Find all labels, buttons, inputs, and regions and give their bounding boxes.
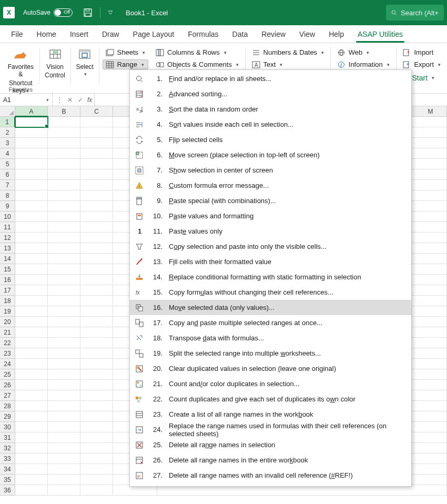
cell[interactable] xyxy=(80,190,113,201)
menu-item-2[interactable]: 2.Advanced sorting... xyxy=(130,86,411,102)
cell[interactable] xyxy=(414,475,447,485)
cell[interactable] xyxy=(48,359,80,369)
cell[interactable] xyxy=(15,211,48,222)
cell[interactable] xyxy=(80,475,113,485)
row-header[interactable]: 19 xyxy=(0,306,15,317)
cell[interactable] xyxy=(414,275,447,285)
row-header[interactable]: 36 xyxy=(0,485,15,496)
cell[interactable] xyxy=(15,306,48,317)
cell[interactable] xyxy=(113,485,157,496)
cell[interactable] xyxy=(48,327,80,338)
cell[interactable] xyxy=(80,359,113,369)
row-header[interactable]: 10 xyxy=(0,211,15,222)
chevron-down-icon[interactable]: ▾ xyxy=(46,97,49,103)
cell[interactable] xyxy=(48,117,80,127)
cell[interactable] xyxy=(80,117,113,127)
row-header[interactable]: 16 xyxy=(0,275,15,285)
cell[interactable] xyxy=(80,180,113,190)
menu-item-10[interactable]: 10.Paste values and formatting xyxy=(130,208,411,224)
cell[interactable] xyxy=(414,190,447,201)
menu-item-21[interactable]: 21.Count and/or color duplicates in sele… xyxy=(130,376,411,391)
tab-page-layout[interactable]: Page Layout xyxy=(126,27,181,43)
cell[interactable] xyxy=(80,411,113,422)
select-all-corner[interactable] xyxy=(0,106,15,117)
cell[interactable] xyxy=(15,443,48,453)
cell[interactable] xyxy=(414,180,447,190)
cell[interactable] xyxy=(414,464,447,475)
cell[interactable] xyxy=(80,285,113,296)
cell[interactable] xyxy=(80,453,113,464)
cell[interactable] xyxy=(80,138,113,148)
cell[interactable] xyxy=(15,327,48,338)
cell[interactable] xyxy=(15,169,48,180)
row-header[interactable]: 25 xyxy=(0,369,15,380)
cell[interactable] xyxy=(48,411,80,422)
autosave-toggle[interactable]: AutoSave Off xyxy=(23,8,73,17)
objects-comments-button[interactable]: Objects & Comments▾ xyxy=(153,59,242,69)
cell[interactable] xyxy=(414,348,447,359)
menu-item-5[interactable]: 5.Flip selected cells xyxy=(130,132,411,147)
quick-access-dropdown-icon[interactable] xyxy=(108,10,114,15)
cell[interactable] xyxy=(15,296,48,306)
menu-item-23[interactable]: 23.Create a list of all range names in t… xyxy=(130,407,411,422)
cell[interactable] xyxy=(80,222,113,233)
row-header[interactable]: 31 xyxy=(0,432,15,443)
cell[interactable] xyxy=(80,432,113,443)
cell[interactable] xyxy=(15,285,48,296)
cell[interactable] xyxy=(414,159,447,169)
cell[interactable] xyxy=(48,254,80,264)
cell[interactable] xyxy=(48,475,80,485)
cell[interactable] xyxy=(80,317,113,327)
cell[interactable] xyxy=(15,233,48,243)
col-header-a[interactable]: A xyxy=(15,106,48,117)
row-header[interactable]: 20 xyxy=(0,317,15,327)
cell[interactable] xyxy=(80,401,113,411)
tab-home[interactable]: Home xyxy=(30,27,63,43)
cell[interactable] xyxy=(15,117,48,127)
tab-draw[interactable]: Draw xyxy=(95,27,126,43)
row-header[interactable]: 15 xyxy=(0,264,15,275)
cell[interactable] xyxy=(414,485,447,496)
cell[interactable] xyxy=(15,338,48,348)
cell[interactable] xyxy=(15,411,48,422)
search-input[interactable]: Search (Alt+ xyxy=(386,5,444,21)
menu-item-13[interactable]: 13.Fill cells with their formatted value xyxy=(130,254,411,269)
cell[interactable] xyxy=(157,485,414,496)
menu-item-15[interactable]: fx15.Copy formulas without changing thei… xyxy=(130,285,411,300)
columns-rows-button[interactable]: Columns & Rows▾ xyxy=(153,47,242,57)
cell[interactable] xyxy=(15,422,48,432)
row-header[interactable]: 17 xyxy=(0,285,15,296)
cell[interactable] xyxy=(48,169,80,180)
cell[interactable] xyxy=(80,211,113,222)
cell[interactable] xyxy=(80,159,113,169)
row-header[interactable]: 22 xyxy=(0,338,15,348)
row-header[interactable]: 5 xyxy=(0,159,15,169)
cell[interactable] xyxy=(15,380,48,390)
row-header[interactable]: 13 xyxy=(0,243,15,254)
cell[interactable] xyxy=(80,443,113,453)
tab-data[interactable]: Data xyxy=(226,27,255,43)
cell[interactable] xyxy=(48,369,80,380)
cell[interactable] xyxy=(15,201,48,211)
menu-item-8[interactable]: 8.Custom formula error message... xyxy=(130,178,411,193)
cell[interactable] xyxy=(414,201,447,211)
menu-item-18[interactable]: 18.Transpose data with formulas... xyxy=(130,330,411,346)
cell[interactable] xyxy=(414,411,447,422)
cell[interactable] xyxy=(80,169,113,180)
cell[interactable] xyxy=(15,401,48,411)
cell[interactable] xyxy=(15,317,48,327)
tab-formulas[interactable]: Formulas xyxy=(181,27,225,43)
cell[interactable] xyxy=(15,138,48,148)
cell[interactable] xyxy=(15,264,48,275)
col-header-b[interactable]: B xyxy=(48,106,80,117)
cell[interactable] xyxy=(80,233,113,243)
menu-item-9[interactable]: 9.Paste special (with combinations)... xyxy=(130,193,411,208)
row-header[interactable]: 2 xyxy=(0,127,15,138)
menu-item-12[interactable]: 12.Copy selection and paste into only th… xyxy=(130,239,411,254)
row-header[interactable]: 32 xyxy=(0,443,15,453)
row-header[interactable]: 28 xyxy=(0,401,15,411)
cell[interactable] xyxy=(15,159,48,169)
cell[interactable] xyxy=(15,432,48,443)
row-header[interactable]: 11 xyxy=(0,222,15,233)
cell[interactable] xyxy=(414,327,447,338)
